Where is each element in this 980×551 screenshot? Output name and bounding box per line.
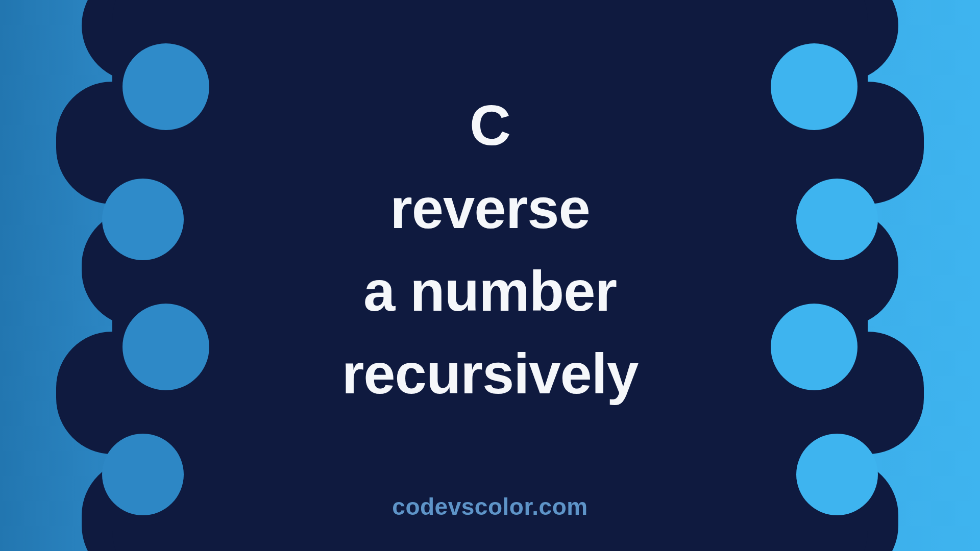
title-line-2: reverse xyxy=(390,167,590,250)
watermark-text: codevscolor.com xyxy=(392,493,587,520)
title-block: C reverse a number recursively xyxy=(0,0,980,551)
title-line-1: C xyxy=(470,84,510,167)
title-line-4: recursively xyxy=(342,333,639,415)
title-line-3: a number xyxy=(363,250,617,333)
